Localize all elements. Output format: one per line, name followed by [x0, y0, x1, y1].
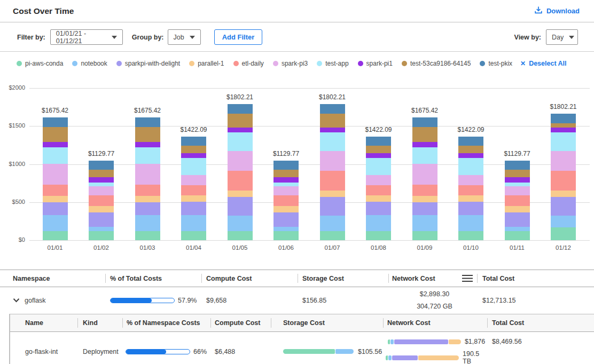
bar-segment-test-pkix — [551, 114, 576, 123]
bar-segment-parallel-1 — [458, 195, 483, 202]
bar-segment-etl-daily — [135, 185, 160, 196]
bar-total-label: $1422.09 — [170, 126, 218, 133]
bar-stack-01/10[interactable] — [458, 137, 483, 240]
legend-item-label: pi-aws-conda — [25, 60, 63, 67]
bar-segment-test-53ca9186-64145 — [551, 123, 576, 128]
pct-bar — [126, 349, 190, 354]
legend-item-notebook[interactable]: notebook — [72, 60, 107, 67]
legend-item-test-app[interactable]: test-app — [317, 60, 348, 67]
bar-segment-test-app — [273, 183, 299, 186]
bar-segment-parallel-1 — [551, 191, 576, 197]
subheader-storage-cost: Storage Cost — [271, 314, 383, 331]
namespace-name: goflask — [25, 297, 46, 304]
caret-down-icon — [190, 36, 195, 39]
toolbar: Filter by: 01/01/21 - 01/12/21 Group by:… — [0, 23, 594, 52]
bar-segment-notebook — [412, 215, 437, 231]
bar-stack-01/02[interactable] — [89, 161, 114, 240]
chevron-down-icon[interactable] — [13, 297, 20, 304]
date-range-select[interactable]: 01/01/21 - 01/12/21 — [50, 29, 123, 45]
legend-item-test-pkix[interactable]: test-pkix — [480, 60, 512, 67]
x-axis-tick: 01/10 — [455, 244, 487, 251]
storage-cost-cell: $105.56 — [271, 338, 383, 364]
network-usage-mini-bar — [386, 355, 459, 360]
filter-by-label: Filter by: — [17, 34, 45, 41]
legend-item-parallel-1[interactable]: parallel-1 — [189, 60, 224, 67]
y-axis-tick: $1000 — [4, 161, 25, 167]
legend-item-sparkpi-with-delight[interactable]: sparkpi-with-delight — [116, 60, 180, 67]
legend-dot — [189, 61, 194, 66]
legend-item-etl-daily[interactable]: etl-daily — [233, 60, 264, 67]
bar-segment-spark-pi1 — [320, 128, 345, 132]
kind-cell: Deployment — [77, 338, 122, 364]
legend-item-label: etl-daily — [242, 60, 264, 67]
gridline — [29, 240, 590, 241]
bar-segment-sparkpi-with-delight — [43, 202, 68, 215]
y-axis-tick: $2000 — [4, 84, 25, 91]
bar-segment-spark-pi3 — [273, 186, 299, 195]
bar-stack-01/05[interactable] — [228, 104, 253, 240]
storage-cost-cell: $156.85 — [298, 287, 388, 314]
subheader-compute-cost: Compute Cost — [210, 314, 271, 331]
bar-segment-spark-pi3 — [320, 151, 345, 171]
bar-segment-test-app — [505, 183, 530, 186]
bar-total-label: $1802.21 — [540, 103, 588, 110]
bar-stack-01/11[interactable] — [505, 161, 530, 240]
bar-segment-parallel-1 — [320, 191, 345, 197]
pct-total-costs-cell: 57.9% — [105, 287, 201, 314]
legend-item-label: sparkpi-with-delight — [125, 60, 180, 67]
deselect-all-button[interactable]: ✕ Deselect All — [520, 60, 566, 67]
legend-item-pi-aws-conda[interactable]: pi-aws-conda — [17, 60, 63, 67]
bar-stack-01/08[interactable] — [366, 137, 391, 240]
bar-segment-test-pkix — [366, 137, 391, 146]
bar-stack-01/04[interactable] — [181, 137, 206, 240]
bar-segment-spark-pi3 — [181, 175, 206, 185]
bar-segment-notebook — [43, 215, 68, 231]
bar-stack-01/06[interactable] — [273, 161, 299, 240]
table-row-go-flask-int[interactable]: go-flask-int Deployment 66% $6,488 $105.… — [10, 332, 594, 364]
y-axis-tick: $500 — [4, 199, 25, 205]
bar-total-label: $1129.77 — [77, 150, 126, 157]
legend-item-label: spark-pi3 — [282, 60, 308, 67]
bar-stack-01/01[interactable] — [43, 117, 68, 240]
bar-segment-etl-daily — [551, 171, 576, 191]
y-axis-tick: $0 — [4, 236, 25, 243]
bar-segment-etl-daily — [228, 171, 253, 191]
table-row-goflask[interactable]: goflask 57.9% $9,658 $156.85 $2,898.30 3… — [0, 287, 594, 314]
bar-segment-test-app — [366, 158, 391, 175]
column-settings-icon[interactable] — [462, 275, 473, 282]
bar-segment-notebook — [273, 227, 299, 231]
bar-segment-test-app — [181, 158, 206, 175]
legend-item-test-53ca9186-64145[interactable]: test-53ca9186-64145 — [402, 60, 471, 67]
bar-segment-notebook — [551, 216, 576, 227]
subheader-network-cost: Network Cost — [383, 314, 487, 331]
bar-total-label: $1675.42 — [401, 107, 449, 114]
bar-segment-pi-aws-conda — [43, 231, 68, 240]
bar-segment-pi-aws-conda — [458, 231, 483, 240]
view-by-select[interactable]: Day — [546, 29, 578, 45]
bar-total-label: $1129.77 — [493, 150, 541, 157]
bar-segment-parallel-1 — [412, 196, 437, 203]
bar-segment-sparkpi-with-delight — [135, 202, 160, 215]
network-cost-label: $1,876 — [465, 338, 485, 345]
bar-segment-test-53ca9186-64145 — [366, 146, 391, 153]
storage-mini-bar — [283, 349, 354, 354]
legend-item-spark-pi3[interactable]: spark-pi3 — [273, 60, 308, 67]
bar-total-label: $1422.09 — [447, 126, 495, 133]
date-range-value: 01/01/21 - 01/12/21 — [56, 30, 106, 45]
legend-item-spark-pi1[interactable]: spark-pi1 — [358, 60, 393, 67]
bar-stack-01/07[interactable] — [320, 104, 345, 240]
subheader-pct-namespace-costs: % of Namespace Costs — [122, 314, 210, 331]
titlebar: Cost Over Time Download — [0, 0, 594, 22]
subheader-total-cost: Total Cost — [487, 314, 594, 331]
group-by-select[interactable]: Job — [168, 29, 201, 45]
bar-segment-test-pkix — [135, 117, 160, 127]
bar-stack-01/09[interactable] — [412, 117, 437, 240]
add-filter-button[interactable]: Add Filter — [214, 29, 263, 45]
bar-segment-test-53ca9186-64145 — [43, 127, 68, 142]
bar-stack-01/12[interactable] — [551, 114, 576, 240]
bar-stack-01/03[interactable] — [135, 117, 160, 240]
bar-segment-sparkpi-with-delight — [366, 202, 391, 215]
namespace-cell[interactable]: goflask — [0, 287, 105, 314]
download-button[interactable]: Download — [534, 6, 580, 16]
bar-segment-test-app — [551, 132, 576, 151]
